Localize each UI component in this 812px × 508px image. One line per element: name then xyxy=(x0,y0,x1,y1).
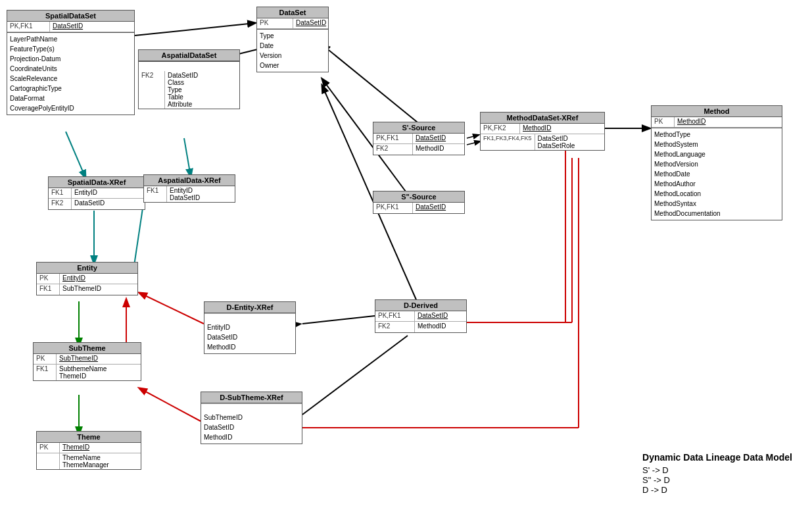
dataset-pk-field: DataSetID xyxy=(293,18,329,28)
s2-source-title: S"-Source xyxy=(373,191,464,203)
s-source-title: S'-Source xyxy=(373,122,464,134)
legend-line3: D -> D xyxy=(642,485,792,495)
ssource-fk2-key: FK2 xyxy=(373,144,413,155)
method-pk-field: MethodID xyxy=(675,117,708,127)
d-subtheme-xref-title: D-SubTheme-XRef xyxy=(201,392,302,403)
ssource-pk-key: PK,FK1 xyxy=(373,134,413,143)
d-entity-xref-title: D-Entity-XRef xyxy=(204,302,295,313)
theme-empty-key xyxy=(37,453,60,469)
svg-line-0 xyxy=(128,23,255,36)
d-derived-table: D-Derived PK,FK1 DataSetID FK2 MethodID xyxy=(375,299,467,333)
subtheme-fk1-key: FK1 xyxy=(34,365,57,380)
subtheme-pk-field: SubThemeID xyxy=(57,354,101,364)
ssource-fk2-field: MethodID xyxy=(413,144,446,155)
legend-line1: S' -> D xyxy=(642,465,792,475)
ssource-pk-field: DataSetID xyxy=(413,134,448,143)
legend-line2: S" -> D xyxy=(642,475,792,485)
spatial-dataset-table: SpatialDataSet PK,FK1 DataSetID LayerPat… xyxy=(7,10,135,115)
entity-fk1-field: SubThemeID xyxy=(60,284,104,295)
diagram-container: DataSet PK DataSetID TypeDateVersionOwne… xyxy=(0,0,812,508)
spatial-xref-table: SpatialData-XRef FK1 EntityID FK2 DataSe… xyxy=(48,176,145,210)
mdxref-pk-key: PK,FK2 xyxy=(481,124,520,134)
entity-title: Entity xyxy=(37,263,137,274)
d-subtheme-xref-fields: SubThemeIDDataSetIDMethodID xyxy=(201,411,302,444)
entity-fk1-key: FK1 xyxy=(37,284,60,295)
adataset-fk2-key: FK2 xyxy=(139,71,165,109)
sxref-fk2-key: FK2 xyxy=(49,199,72,209)
s2source-pk-key: PK,FK1 xyxy=(373,203,413,213)
dderived-fk2-key: FK2 xyxy=(375,322,415,332)
sdataset-pk-key: PK,FK1 xyxy=(7,22,50,32)
subtheme-table: SubTheme PK SubThemeID FK1 SubthemeNameT… xyxy=(33,342,141,381)
sdataset-fields: LayerPathNameFeatureType(s)Projection-Da… xyxy=(7,33,134,114)
theme-pk-key: PK xyxy=(37,443,60,453)
sxref-fk1-key: FK1 xyxy=(49,188,72,198)
entity-table: Entity PK EntityID FK1 SubThemeID xyxy=(36,262,138,295)
dderived-pk-key: PK,FK1 xyxy=(375,311,415,321)
sxref-fk2-field: DataSetID xyxy=(72,199,107,209)
dataset-title: DataSet xyxy=(257,7,328,18)
svg-line-14 xyxy=(467,141,480,145)
svg-line-25 xyxy=(467,135,479,138)
theme-fields: ThemeNameThemeManager xyxy=(60,453,112,469)
entity-pk-field: EntityID xyxy=(60,274,88,284)
method-table: Method PK MethodID MethodTypeMethodSyste… xyxy=(651,105,782,220)
method-dataset-xref-title: MethodDataSet-XRef xyxy=(481,113,604,124)
aspatial-dataset-title: AspatialDataSet xyxy=(139,50,239,61)
svg-line-2 xyxy=(66,132,85,178)
dataset-fields: TypeDateVersionOwner xyxy=(257,30,328,72)
spatial-dataset-title: SpatialDataSet xyxy=(7,11,134,22)
subtheme-title: SubTheme xyxy=(34,343,141,354)
legend-title: Dynamic Data Lineage Data Model xyxy=(642,452,792,463)
svg-line-20 xyxy=(302,336,408,415)
axref-fk1-field: EntityIDDataSetID xyxy=(167,186,203,202)
s2source-pk-field: DataSetID xyxy=(413,203,448,213)
svg-line-19 xyxy=(302,316,375,324)
d-entity-xref-table: D-Entity-XRef EntityIDDataSetIDMethodID xyxy=(204,301,296,354)
s2-source-table: S"-Source PK,FK1 DataSetID xyxy=(373,191,465,214)
svg-line-18 xyxy=(139,388,201,421)
entity-pk-key: PK xyxy=(37,274,60,284)
mdxref-fk-field: DataSetIDDataSetRole xyxy=(535,134,578,150)
theme-pk-field: ThemeID xyxy=(60,443,92,453)
svg-line-3 xyxy=(184,138,191,176)
sxref-fk1-field: EntityID xyxy=(72,188,100,198)
method-title: Method xyxy=(652,106,782,117)
theme-title: Theme xyxy=(37,432,141,443)
method-fields: MethodTypeMethodSystemMethodLanguageMeth… xyxy=(652,128,782,220)
method-pk-key: PK xyxy=(652,117,675,127)
dataset-table: DataSet PK DataSetID TypeDateVersionOwne… xyxy=(256,7,329,72)
d-subtheme-xref-table: D-SubTheme-XRef SubThemeIDDataSetIDMetho… xyxy=(201,392,302,444)
dderived-fk2-field: MethodID xyxy=(415,322,448,332)
method-dataset-xref-table: MethodDataSet-XRef PK,FK2 MethodID FK1,F… xyxy=(480,112,605,151)
s-source-table: S'-Source PK,FK1 DataSetID FK2 MethodID xyxy=(373,122,465,155)
svg-line-17 xyxy=(139,293,204,324)
legend: Dynamic Data Lineage Data Model S' -> D … xyxy=(642,452,792,495)
svg-line-10 xyxy=(322,45,421,125)
d-derived-title: D-Derived xyxy=(375,300,466,311)
spatial-xref-title: SpatialData-XRef xyxy=(49,177,145,188)
theme-table: Theme PK ThemeID ThemeNameThemeManager xyxy=(36,431,141,470)
aspatial-dataset-table: AspatialDataSet FK2 DataSetIDClassTypeTa… xyxy=(138,49,240,109)
subtheme-pk-key: PK xyxy=(34,354,57,364)
aspatial-xref-table: AspatialData-XRef FK1 EntityIDDataSetID xyxy=(143,174,235,203)
subtheme-fk1-field: SubthemeNameThemeID xyxy=(57,365,109,380)
sdataset-pk-field: DataSetID xyxy=(50,22,85,32)
d-entity-xref-fields: EntityIDDataSetIDMethodID xyxy=(204,321,295,353)
axref-fk1-key: FK1 xyxy=(144,186,167,202)
mdxref-pk-field: MethodID xyxy=(520,124,554,134)
mdxref-fk-key: FK1,FK3,FK4,FK5 xyxy=(481,134,535,150)
aspatial-xref-title: AspatialData-XRef xyxy=(144,175,235,186)
dderived-pk-field: DataSetID xyxy=(415,311,450,321)
dataset-pk-key: PK xyxy=(257,18,293,28)
adataset-fk2-field: DataSetIDClassTypeTableAttribute xyxy=(165,71,201,109)
